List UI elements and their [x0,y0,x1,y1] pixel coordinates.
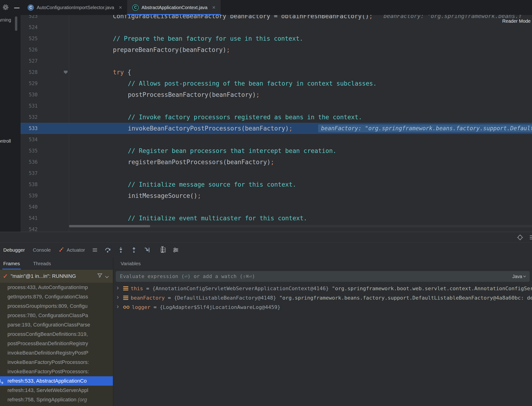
frame-label: refresh:533, AbstractApplicationCo [7,378,87,384]
horizontal-scrollbar-thumb[interactable] [69,225,150,227]
code-text: // Initialize event multicaster for this… [113,215,307,222]
tool-tab-console[interactable]: Console [33,247,51,253]
stack-frame[interactable]: postProcessBeanDefinitionRegistry [0,339,113,348]
stack-frame[interactable]: parse:193, ConfigurationClassParse [0,320,113,330]
line-number[interactable]: 530 [21,92,38,98]
stack-frame[interactable]: invokeBeanDefinitionRegistryPostP [0,348,113,358]
stack-frame[interactable]: process:780, ConfigurationClassPa [0,311,113,320]
line-number[interactable]: 525 [21,36,38,41]
line-number[interactable]: 542 [21,227,38,232]
editor-tab[interactable]: CAutoConfigurationImportSelector.java× [22,0,127,15]
line-number[interactable]: 529 [21,81,38,86]
variable-reference: {DefaultListableBeanFactory@4148} [174,295,276,301]
gutter [38,15,113,22]
line-number[interactable]: 523 [21,15,38,19]
line-number[interactable]: 532 [21,114,38,120]
frames-panel: ✓ "main"@1 in...in": RUNNING process:433… [0,270,113,406]
code-token: ; [270,159,274,166]
expand-chevron-icon[interactable]: › [117,284,121,291]
settings-gear-icon[interactable] [2,4,9,12]
menu-icon[interactable] [92,247,98,253]
line-number[interactable]: 534 [21,137,38,142]
gutter [38,123,113,134]
code-line: 527 [21,55,532,67]
line-number[interactable]: 527 [21,58,38,64]
expand-chevron-icon[interactable]: › [117,294,121,300]
line-number[interactable]: 531 [21,103,38,109]
variable-row[interactable]: ›this = {AnnotationConfigServletWebServe… [113,284,532,293]
filter-icon[interactable] [97,272,103,280]
step-out-of-block-icon[interactable] [143,246,150,254]
stack-frame[interactable]: process:433, AutoConfigurationImp [0,283,113,292]
evaluate-expression-input[interactable]: Evaluate expression (⏎) or add a watch (… [116,271,530,282]
tool-tab-actuator[interactable]: Actuator [59,247,85,254]
line-number[interactable]: 536 [21,159,38,165]
variable-text: beanFactory = {DefaultListableBeanFactor… [131,295,532,301]
view-tab-variables[interactable]: Variables [120,257,142,269]
expand-chevron-icon[interactable]: › [117,303,121,310]
debugger-inline-hint: beanFactory: "org.springframework.beans.… [383,15,522,19]
gutter [38,44,113,55]
gutter [38,179,113,190]
line-number[interactable]: 535 [21,148,38,154]
line-number[interactable]: 538 [21,182,38,187]
stack-frame[interactable]: processConfigBeanDefinitions:319, [0,330,113,339]
code-line: 530postProcessBeanFactory(beanFactory); [21,89,532,100]
stack-frame[interactable]: refresh:143, ServletWebServerAppl [0,386,113,395]
stack-frame[interactable]: processGroupImports:809, Configu [0,301,113,311]
tool-tabs: DebuggerConsoleActuator [3,247,85,254]
fold-marker-icon[interactable] [64,71,68,74]
thread-selector[interactable]: ✓ "main"@1 in...in": RUNNING [0,270,113,283]
language-selector[interactable]: Java [512,274,525,279]
code-line: 532// Invoke factory processors register… [21,112,532,123]
line-number[interactable]: 537 [21,170,38,176]
step-out-icon[interactable] [130,246,137,254]
stack-frame[interactable]: getImports:879, ConfigurationClass [0,292,113,301]
variable-row[interactable]: ›logger = {LogAdapter$Slf4jLocationAware… [113,302,532,312]
code-text: // Allows post-processing of the bean fa… [113,80,376,87]
settings-sliders-icon[interactable] [172,247,179,253]
minimize-icon[interactable] [14,7,20,8]
stack-frame[interactable]: refresh:758, SpringApplication (org [0,395,113,404]
code-token: postProcessBeanFactory(beanFactory) [128,91,256,98]
line-number[interactable]: 541 [21,215,38,221]
line-number[interactable]: 533 [21,126,38,131]
view-tab-frames[interactable]: Frames [2,257,21,269]
target-crosshair-icon[interactable] [517,234,524,242]
left-panel-scrollbar[interactable] [15,16,17,31]
step-over-icon[interactable] [104,246,111,254]
horizontal-scrollbar[interactable] [69,225,532,227]
code-text: try { [113,69,131,76]
line-number[interactable]: 540 [21,204,38,210]
frame-label: invokeBeanFactoryPostProcessors: [7,369,89,374]
stack-frame[interactable]: invokeBeanFactoryPostProcessors: [0,367,113,376]
reader-mode-label[interactable]: Reader Mode [502,18,531,24]
line-number[interactable]: 528 [21,69,38,75]
variable-text: logger = {LogAdapter$Slf4jLocationAwareL… [132,304,281,310]
editor-tab[interactable]: CAbstractApplicationContext.java× [127,0,220,15]
line-number[interactable]: 526 [21,47,38,53]
line-number[interactable]: 524 [21,25,38,30]
gutter [38,156,113,168]
code-editor[interactable]: 523ConfigurableListableBeanFactory beanF… [21,15,532,232]
variable-row[interactable]: ›beanFactory = {DefaultListableBeanFacto… [113,293,532,302]
field-icon [123,306,129,309]
editor-tabs: CAutoConfigurationImportSelector.java×CA… [22,0,221,15]
code-token: // Allows post-processing of the bean fa… [128,80,376,87]
code-line: 535// Register bean processors that inte… [21,145,532,156]
stack-frame[interactable]: refresh:533, AbstractApplicationCo [0,376,113,386]
tool-tab-debugger[interactable]: Debugger [3,247,25,253]
code-token: ; [226,46,230,53]
code-line: 536registerBeanPostProcessors(beanFactor… [21,156,532,168]
variable-string-value: "org.springframework.beans.factory.suppo… [276,295,532,301]
close-icon[interactable]: × [119,5,122,10]
line-number[interactable]: 539 [21,193,38,199]
chevron-down-icon[interactable] [105,274,109,278]
step-into-icon[interactable] [117,246,124,254]
gutter [38,55,113,67]
close-icon[interactable]: × [212,5,215,10]
code-line: 534 [21,134,532,145]
view-tab-threads[interactable]: Threads [32,257,52,269]
stack-frame[interactable]: invokeBeanFactoryPostProcessors: [0,358,113,367]
frame-label: parse:193, ConfigurationClassParse [7,322,90,328]
